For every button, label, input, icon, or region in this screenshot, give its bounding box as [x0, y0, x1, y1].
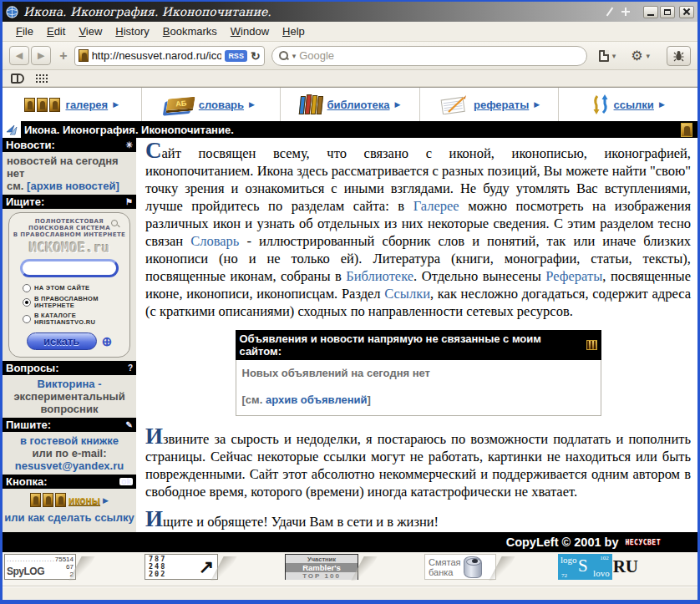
smyataya-banka-banner[interactable]: Смятая банка: [424, 554, 496, 580]
search-icon: [279, 51, 289, 61]
nesusvet-logo[interactable]: НЕСУСВЕТ: [625, 539, 661, 546]
reload-icon[interactable]: ↻: [251, 49, 261, 63]
page-header: Икона. Иконография. Иконопочитание.: [3, 121, 697, 138]
button-section-bar: Кнопка: ok: [3, 475, 136, 489]
text-link[interactable]: Галерее: [413, 198, 459, 214]
sitenav-links-link[interactable]: ссылки: [614, 99, 654, 111]
spylog-counter-banner[interactable]: .................. 75514 SpyLOG 67 2: [4, 554, 76, 580]
rss-button[interactable]: RSS: [225, 50, 247, 62]
banner-icons: [30, 493, 66, 507]
email-link[interactable]: nesusvet@yandex.ru: [15, 459, 124, 472]
menu-window[interactable]: Window: [224, 23, 276, 40]
widget-plus-icon[interactable]: ⊕: [102, 334, 113, 349]
bookmarks-grid-icon[interactable]: [36, 74, 47, 83]
text-link[interactable]: Библиотеке: [346, 268, 413, 284]
radio-label: В КАТАЛОГЕ HRISTIANSTVO.RU: [34, 312, 126, 326]
menu-bookmarks[interactable]: Bookmarks: [156, 23, 224, 40]
banka-line1: Смятая: [429, 557, 460, 567]
browser-window: Икона. Иконография. Иконопочитание. File…: [0, 0, 700, 604]
widget-caption-3: В ПРАВОСЛАВНОМ ИНТЕРНЕТЕ: [13, 231, 126, 238]
ok-button-icon: ok: [119, 478, 133, 485]
menu-history[interactable]: History: [109, 23, 155, 40]
close-button[interactable]: [679, 6, 694, 18]
page-header-iconbox: [3, 121, 21, 138]
bookmarks-book-icon[interactable]: [11, 74, 24, 84]
sitenav-links[interactable]: ссылки ▶: [559, 88, 697, 121]
address-bar[interactable]: http://nesusvet.narod.ru/ico/ RSS ↻: [74, 46, 265, 66]
widget-search-input[interactable]: [20, 259, 119, 277]
rambler-line3: TOP 100: [286, 572, 358, 580]
page-viewport: галерея ▶ АБ словарь ▶ библиотека ▶: [3, 87, 697, 586]
radio-icon[interactable]: [23, 284, 31, 292]
site-button-banner[interactable]: иконы ▶: [3, 489, 136, 509]
header-icon-image: [681, 123, 692, 137]
intro-paragraph: Сайт посвящен всему, что связано с иконо…: [145, 142, 691, 320]
menu-view[interactable]: View: [72, 23, 109, 40]
url-text[interactable]: http://nesusvet.narod.ru/ico/: [92, 49, 222, 62]
menu-help[interactable]: Help: [276, 23, 312, 40]
quiz-block: Викторина - экспериментальный вопросник: [3, 375, 136, 418]
radio-icon[interactable]: [23, 315, 31, 323]
radio-catalog[interactable]: В КАТАЛОГЕ HRISTIANSTVO.RU: [23, 312, 126, 326]
hit-counter-banner[interactable]: 787 248 202 ↗: [145, 554, 218, 580]
text-run: [см.: [242, 393, 266, 406]
forward-icon: ▶: [38, 50, 44, 61]
rambler-line1: Участник: [286, 555, 358, 563]
widget-caption-2: ПОИСКОВАЯ СИСТЕМА: [13, 225, 126, 231]
arrow-icon: ▶: [394, 100, 400, 109]
sitenav-dictionary-link[interactable]: словарь: [199, 99, 244, 111]
guestbook-link[interactable]: в гостевой книжке: [20, 434, 119, 447]
menu-bar: File Edit View History Bookmarks Window …: [3, 22, 697, 42]
sitenav-gallery-link[interactable]: галерея: [65, 99, 108, 111]
back-button[interactable]: ◀: [9, 46, 29, 65]
news-text-block: новостей на сегодня нет см. [архив новос…: [3, 152, 136, 195]
minimize-icon: [647, 14, 654, 16]
crumpled-can-icon: [464, 556, 482, 578]
text-link[interactable]: архив объявлений: [266, 393, 368, 406]
text-link[interactable]: Ссылки: [384, 286, 430, 302]
page-menu-button[interactable]: ▾: [599, 50, 620, 62]
sitenav-dictionary[interactable]: АБ словарь ▶: [142, 88, 282, 121]
forward-button[interactable]: ▶: [31, 46, 51, 65]
search-bar[interactable]: ▾ Google: [271, 46, 587, 66]
tools-menu-button[interactable]: ⚙ ▾: [631, 48, 653, 63]
logoslovo-blue-box: logo 72 S 102 lovo: [558, 554, 612, 580]
text-run: . Отдельно вынесены: [413, 268, 545, 284]
search-submit-button[interactable]: искать: [27, 332, 97, 350]
sitenav-library-link[interactable]: библиотека: [327, 99, 390, 111]
text-link[interactable]: Викторина -: [38, 378, 102, 390]
titlebar-mark-slash-icon: [606, 8, 614, 17]
dropcap: С: [145, 138, 162, 163]
sitenav-library[interactable]: библиотека ▶: [281, 88, 420, 121]
page-caret-icon: ▾: [612, 52, 616, 60]
radio-icon[interactable]: [23, 298, 31, 307]
text-link[interactable]: [архив новостей]: [27, 180, 119, 192]
copyleft-text: CopyLeft © 2001 by: [506, 535, 619, 549]
rambler-top100-banner[interactable]: Участник Rambler's TOP 100: [285, 554, 358, 580]
banner-icons-link[interactable]: иконы: [68, 495, 100, 506]
search-engine-caret-icon[interactable]: ▾: [292, 52, 297, 60]
sitenav-papers-link[interactable]: рефераты: [474, 99, 529, 111]
maximize-icon: [664, 9, 671, 15]
new-tab-icon[interactable]: +: [59, 48, 67, 63]
sidebar: Новости: ✳ новостей на сегодня нет см. […: [3, 138, 136, 532]
make-link-link[interactable]: или как сделать ссылку: [4, 511, 134, 524]
radio-orthodox-internet[interactable]: В ПРАВОСЛАВНОМ ИНТЕРНЕТЕ: [23, 296, 126, 309]
arrow-icon: ▶: [659, 100, 665, 109]
menu-edit[interactable]: Edit: [40, 23, 72, 40]
firebug-button[interactable]: [667, 46, 691, 66]
sitenav-papers[interactable]: рефераты ▶: [420, 88, 560, 121]
sitenav-gallery[interactable]: галерея ▶: [3, 88, 142, 121]
maximize-button[interactable]: [660, 6, 675, 18]
logoslovo-banner[interactable]: logo 72 S 102 lovo RU: [558, 554, 638, 580]
minimize-button[interactable]: [643, 6, 658, 18]
search-placeholder[interactable]: Google: [299, 49, 334, 62]
logoslovo-logo-text: logo: [561, 555, 577, 565]
text-link[interactable]: Рефераты: [545, 268, 602, 284]
menu-file[interactable]: File: [9, 23, 40, 40]
close-icon: [682, 8, 691, 16]
text-link[interactable]: Словарь: [190, 233, 239, 249]
questions-section-bar: Вопросы: ?: [3, 361, 136, 375]
radio-this-site[interactable]: НА ЭТОМ САЙТЕ: [23, 284, 126, 292]
announcements-header: Объявления и новости напрямую не связанн…: [236, 330, 601, 360]
